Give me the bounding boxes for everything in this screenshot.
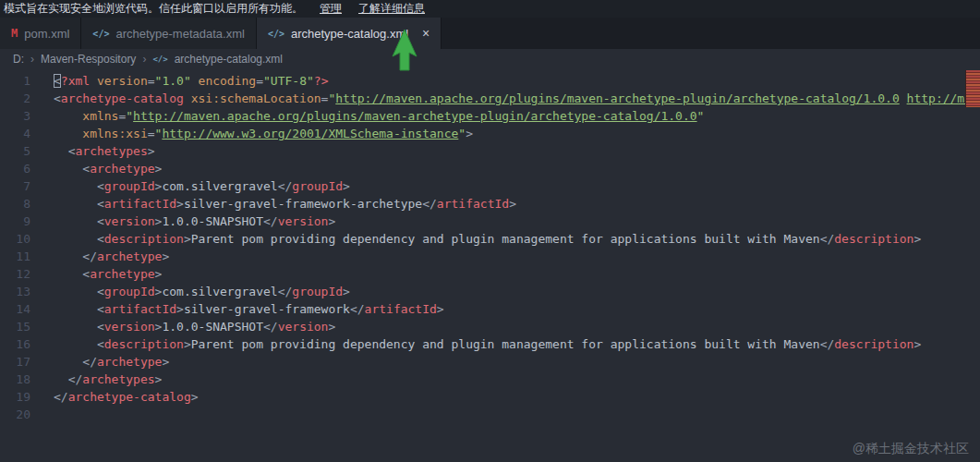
line-number: 16 <box>0 335 30 353</box>
code-line-9[interactable]: 9 <version>1.0.0-SNAPSHOT</version> <box>0 213 980 230</box>
code-line-10[interactable]: 10 <description>Parent pom providing dep… <box>0 230 980 248</box>
line-content: <archetype-catalog xsi:schemaLocation="h… <box>54 90 972 107</box>
line-content: </archetype> <box>54 353 169 371</box>
code-line-8[interactable]: 8 <artifactId>silver-gravel-framework-ar… <box>0 195 980 213</box>
manage-link[interactable]: 管理 <box>320 1 342 17</box>
line-number: 10 <box>0 230 30 248</box>
line-number: 12 <box>0 265 30 283</box>
code-editor[interactable]: 1<?xml version="1.0" encoding="UTF-8"?>2… <box>0 69 980 462</box>
restricted-mode-banner: 模式旨在实现安全地浏览代码。信任此窗口以启用所有功能。 管理 了解详细信息 <box>0 0 980 18</box>
vscode-window: 模式旨在实现安全地浏览代码。信任此窗口以启用所有功能。 管理 了解详细信息 Mp… <box>0 0 980 462</box>
line-content: <archetypes> <box>54 142 155 160</box>
code-line-17[interactable]: 17 </archetype> <box>0 353 980 371</box>
close-icon[interactable]: × <box>422 27 430 40</box>
line-number: 11 <box>0 248 30 265</box>
code-line-5[interactable]: 5 <archetypes> <box>0 142 980 160</box>
line-number: 15 <box>0 318 30 335</box>
line-content: <artifactId>silver-gravel-framework-arch… <box>54 195 516 213</box>
maven-icon: M <box>11 27 18 40</box>
line-content: </archetype-catalog> <box>54 388 199 406</box>
code-line-20[interactable]: 20 <box>0 406 980 423</box>
line-number: 3 <box>0 107 30 125</box>
line-content: xmlns="http://maven.apache.org/plugins/m… <box>54 107 704 125</box>
line-content: <version>1.0.0-SNAPSHOT</version> <box>54 318 335 335</box>
tab-bar: Mpom.xml</>archetype-metadata.xml</>arch… <box>0 18 980 49</box>
line-number: 18 <box>0 371 30 388</box>
line-content: <groupId>com.silvergravel</groupId> <box>54 177 350 195</box>
chevron-right-icon: › <box>142 53 146 66</box>
line-content: <archetype> <box>54 160 162 177</box>
breadcrumb-item[interactable]: Maven-Respository <box>41 53 136 66</box>
tab-label: archetype-metadata.xml <box>115 27 244 41</box>
line-content: <archetype> <box>54 265 162 283</box>
line-content: <artifactId>silver-gravel-framework</art… <box>54 300 444 318</box>
line-number: 19 <box>0 388 30 406</box>
code-line-13[interactable]: 13 <groupId>com.silvergravel</groupId> <box>0 283 980 300</box>
banner-message: 模式旨在实现安全地浏览代码。信任此窗口以启用所有功能。 <box>4 1 303 17</box>
line-content: <description>Parent pom providing depend… <box>54 230 921 248</box>
code-icon: </> <box>92 29 109 39</box>
tab-archetype-metadata.xml[interactable]: </>archetype-metadata.xml <box>81 18 257 49</box>
tab-pom.xml[interactable]: Mpom.xml <box>0 18 81 49</box>
code-line-1[interactable]: 1<?xml version="1.0" encoding="UTF-8"?> <box>0 72 980 90</box>
breadcrumb-item[interactable]: D: <box>13 53 24 66</box>
line-number: 7 <box>0 177 30 195</box>
code-line-2[interactable]: 2<archetype-catalog xsi:schemaLocation="… <box>0 90 980 107</box>
line-content: </archetypes> <box>54 371 162 388</box>
code-line-19[interactable]: 19</archetype-catalog> <box>0 388 980 406</box>
line-number: 6 <box>0 160 30 177</box>
chevron-right-icon: › <box>30 53 34 66</box>
tab-label: archetype-catalog.xml <box>291 27 408 41</box>
learn-more-link[interactable]: 了解详细信息 <box>358 1 425 17</box>
code-line-16[interactable]: 16 <description>Parent pom providing dep… <box>0 335 980 353</box>
code-line-18[interactable]: 18 </archetypes> <box>0 371 980 388</box>
tab-label: pom.xml <box>24 27 69 41</box>
minimap[interactable] <box>965 70 980 107</box>
line-number: 1 <box>0 72 30 90</box>
line-number: 13 <box>0 283 30 300</box>
code-line-11[interactable]: 11 </archetype> <box>0 248 980 265</box>
line-number: 9 <box>0 213 30 230</box>
line-number: 8 <box>0 195 30 213</box>
line-content: <version>1.0.0-SNAPSHOT</version> <box>54 213 335 230</box>
line-content: <groupId>com.silvergravel</groupId> <box>54 283 350 300</box>
breadcrumb-item[interactable]: archetype-catalog.xml <box>175 53 283 66</box>
code-line-6[interactable]: 6 <archetype> <box>0 160 980 177</box>
watermark: @稀土掘金技术社区 <box>853 441 969 457</box>
tab-archetype-catalog.xml[interactable]: </>archetype-catalog.xml× <box>257 18 442 49</box>
code-line-12[interactable]: 12 <archetype> <box>0 265 980 283</box>
line-content: <?xml version="1.0" encoding="UTF-8"?> <box>54 72 328 90</box>
line-number: 20 <box>0 406 30 423</box>
code-line-15[interactable]: 15 <version>1.0.0-SNAPSHOT</version> <box>0 318 980 335</box>
code-line-4[interactable]: 4 xmlns:xsi="http://www.w3.org/2001/XMLS… <box>0 125 980 142</box>
line-content: <description>Parent pom providing depend… <box>54 335 921 353</box>
breadcrumb: D:›Maven-Respository›</>archetype-catalo… <box>0 49 980 69</box>
line-number: 4 <box>0 125 30 142</box>
line-content: </archetype> <box>54 248 169 265</box>
code-line-14[interactable]: 14 <artifactId>silver-gravel-framework</… <box>0 300 980 318</box>
code-area: 1<?xml version="1.0" encoding="UTF-8"?>2… <box>0 72 980 423</box>
code-file-icon: </> <box>152 55 167 64</box>
line-number: 14 <box>0 300 30 318</box>
line-number: 5 <box>0 142 30 160</box>
line-number: 17 <box>0 353 30 371</box>
code-line-3[interactable]: 3 xmlns="http://maven.apache.org/plugins… <box>0 107 980 125</box>
line-content: xmlns:xsi="http://www.w3.org/2001/XMLSch… <box>54 125 473 142</box>
code-icon: </> <box>268 29 284 39</box>
code-line-7[interactable]: 7 <groupId>com.silvergravel</groupId> <box>0 177 980 195</box>
line-number: 2 <box>0 90 30 107</box>
